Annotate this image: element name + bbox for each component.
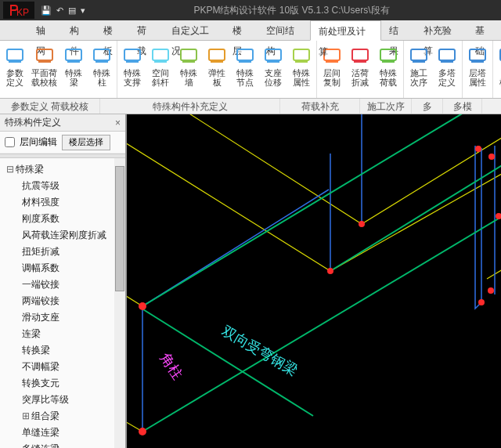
scrollbar[interactable] — [114, 158, 125, 448]
svg-rect-31 — [439, 49, 455, 60]
model-viewport[interactable]: 双向受弯钢梁 角柱 — [127, 114, 501, 448]
tab-3[interactable]: 荷载 — [129, 20, 163, 41]
app-logo: KPM — [3, 2, 34, 19]
tab-1[interactable]: 构件 — [62, 20, 96, 41]
tree-item-6[interactable]: 调幅系数 — [0, 260, 125, 276]
tree-item-label: 组合梁 — [31, 410, 59, 421]
plane-load-icon — [33, 44, 56, 67]
quick-access-toolbar[interactable]: 💾 ↶ ▤ ▾ — [41, 5, 85, 16]
space-diagonal-button[interactable]: 空间 斜杆 — [146, 42, 175, 96]
tree-item-label: 扭矩折减 — [22, 246, 59, 257]
wireframe-yellow — [127, 114, 501, 432]
tab-10[interactable]: 基础 — [467, 20, 501, 41]
ribbon-foot-5: 多模型 — [443, 99, 482, 114]
close-icon[interactable]: × — [115, 117, 121, 128]
tree-item-8[interactable]: 两端铰接 — [0, 293, 125, 309]
tree-twisty-icon[interactable]: ⊟ — [6, 164, 14, 175]
special-wall-label: 特殊 墙 — [180, 68, 197, 87]
special-brace-label: 特殊 支撑 — [124, 68, 141, 87]
layer-edit-label: 层间编辑 — [20, 135, 57, 149]
floor-attr-button[interactable]: 层塔 属性 — [463, 42, 492, 96]
tree-item-17[interactable]: 多缝连梁 — [0, 441, 125, 448]
tree-item-9[interactable]: 滑动支座 — [0, 309, 125, 326]
side-panel-controls: 层间编辑 楼层选择 — [0, 132, 125, 154]
tree-item-label: 材料强度 — [22, 197, 59, 208]
column-label-magenta: 角柱 — [157, 350, 186, 382]
tab-2[interactable]: 楼板 — [96, 20, 129, 41]
svg-point-45 — [478, 299, 485, 305]
tab-7[interactable]: 前处理及计算 — [310, 20, 381, 41]
tree-item-16[interactable]: 单缝连梁 — [0, 425, 125, 441]
columns-blue — [142, 114, 495, 432]
tree-item-12[interactable]: 不调幅梁 — [0, 359, 125, 375]
special-col-button[interactable]: 特殊 柱 — [88, 42, 116, 96]
floor-attr-label: 层塔 属性 — [469, 68, 486, 87]
params-button[interactable]: 参数 定义 — [1, 42, 29, 96]
qa-save-icon[interactable]: 💾 — [41, 5, 52, 16]
const-seq-label: 施工 次序 — [410, 68, 427, 87]
tab-8[interactable]: 结果 — [381, 20, 415, 41]
tree-item-4[interactable]: 风荷载连梁刚度折减 — [0, 227, 125, 244]
ribbon-group-3: 施工 次序多塔 定义 — [404, 41, 463, 98]
tab-0[interactable]: 轴网 — [28, 20, 62, 41]
multi-model-button[interactable]: 多 模型 — [494, 42, 501, 96]
title-bar: KPM 💾 ↶ ▤ ▾ PKPM结构设计软件 10版 V5.1.3 C:\Use… — [0, 0, 501, 20]
multi-model-icon — [496, 44, 501, 67]
special-load-button[interactable]: 特殊 荷载 — [374, 42, 402, 96]
tree-item-label: 滑动支座 — [22, 312, 59, 323]
ribbon-foot-1: 特殊构件补充定义 — [100, 99, 280, 114]
tree-twisty-icon[interactable]: ⊞ — [22, 410, 30, 421]
tree-item-7[interactable]: 一端铰接 — [0, 276, 125, 293]
multi-tower-button[interactable]: 多塔 定义 — [433, 42, 461, 96]
svg-point-46 — [488, 287, 494, 294]
svg-rect-15 — [209, 49, 225, 60]
plane-load-button[interactable]: 平面荷 载校核 — [29, 42, 59, 96]
tab-9[interactable]: 补充验算 — [416, 20, 467, 41]
tree-item-11[interactable]: 转换梁 — [0, 342, 125, 359]
special-brace-button[interactable]: 特殊 支撑 — [118, 42, 146, 96]
tree-item-13[interactable]: 转换支元 — [0, 375, 125, 392]
tree-item-14[interactable]: 突厚比等级 — [0, 392, 125, 408]
ribbon-group-4: 层塔 属性 — [463, 41, 493, 98]
tree-view[interactable]: ⊟特殊梁抗震等级材料强度刚度系数风荷载连梁刚度折减扭矩折减调幅系数一端铰接两端铰… — [0, 158, 125, 448]
svg-point-44 — [488, 154, 495, 160]
svg-point-42 — [139, 428, 146, 435]
live-load-red-button[interactable]: 活荷 折减 — [346, 42, 374, 96]
tab-6[interactable]: 空间结构 — [258, 20, 310, 41]
floor-select-button[interactable]: 楼层选择 — [62, 135, 110, 150]
special-load-label: 特殊 荷载 — [380, 68, 397, 87]
const-seq-button[interactable]: 施工 次序 — [405, 42, 433, 96]
special-attr-button[interactable]: 特殊 属性 — [287, 42, 315, 96]
svg-rect-25 — [352, 49, 368, 60]
elastic-plate-button[interactable]: 弹性 板 — [203, 42, 231, 96]
qa-undo-icon[interactable]: ↶ — [56, 5, 63, 16]
elastic-plate-label: 弹性 板 — [208, 68, 225, 87]
special-wall-icon — [177, 44, 200, 67]
svg-point-47 — [496, 213, 501, 219]
tree-item-1[interactable]: 抗震等级 — [0, 178, 125, 194]
special-node-icon — [233, 44, 257, 67]
special-node-button[interactable]: 特殊 节点 — [231, 42, 259, 96]
floor-attr-icon — [466, 44, 489, 67]
layer-edit-checkbox[interactable] — [5, 137, 15, 147]
tree-item-3[interactable]: 刚度系数 — [0, 211, 125, 227]
tab-4[interactable]: 自定义工况 — [164, 20, 225, 41]
ribbon-tabs: 轴网构件楼板荷载自定义工况楼层空间结构前处理及计算结果补充验算基础 — [0, 20, 501, 41]
tree-item-15[interactable]: ⊞组合梁 — [0, 408, 125, 425]
scrollbar-thumb[interactable] — [115, 166, 124, 291]
tree-item-10[interactable]: 连梁 — [0, 326, 125, 342]
plane-load-label: 平面荷 载校核 — [31, 68, 57, 87]
support-disp-button[interactable]: 支座 位移 — [259, 42, 287, 96]
special-wall-button[interactable]: 特殊 墙 — [175, 42, 203, 96]
qa-layers-icon[interactable]: ▤ — [68, 5, 76, 16]
svg-point-39 — [359, 221, 365, 227]
tab-5[interactable]: 楼层 — [225, 20, 258, 41]
tree-item-0[interactable]: ⊟特殊梁 — [0, 161, 125, 178]
tree-item-2[interactable]: 材料强度 — [0, 194, 125, 211]
special-node-label: 特殊 节点 — [236, 68, 254, 87]
special-beam-button[interactable]: 特殊 梁 — [59, 42, 88, 96]
tree-item-5[interactable]: 扭矩折减 — [0, 244, 125, 260]
live-load-red-label: 活荷 折减 — [351, 68, 369, 87]
ribbon-group-labels: 参数定义 荷载校核特殊构件补充定义荷载补充施工次序多塔多模型 — [0, 99, 501, 114]
tree-item-label: 风荷载连梁刚度折减 — [22, 229, 106, 240]
